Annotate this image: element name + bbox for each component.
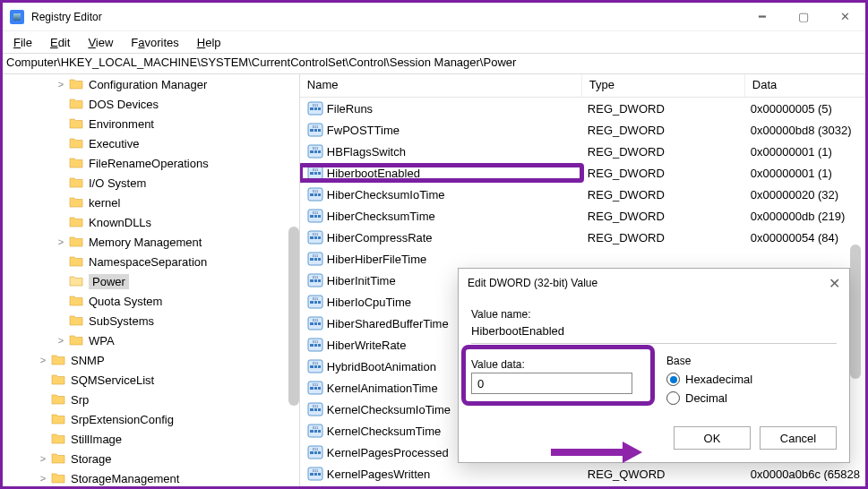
menu-view[interactable]: View — [81, 34, 120, 51]
value-row-hbflagsswitch[interactable]: 011HBFlagsSwitchREG_DWORD0x00000001 (1) — [300, 141, 865, 162]
menu-favorites[interactable]: Favorites — [124, 34, 185, 51]
reg-value-icon: 011 — [307, 401, 323, 417]
tree-item-memory-management[interactable]: >Memory Management — [3, 232, 299, 252]
svg-rect-47 — [314, 301, 317, 304]
tree-item-snmp[interactable]: >SNMP — [3, 350, 299, 370]
folder-icon — [69, 235, 85, 249]
tree-item-label: WPA — [89, 334, 115, 347]
folder-icon — [69, 333, 85, 347]
menu-edit[interactable]: Edit — [43, 34, 77, 51]
base-label: Base — [666, 355, 837, 367]
tree-item-storagemanagement[interactable]: >StorageManagement — [3, 468, 299, 486]
svg-rect-56 — [310, 344, 314, 347]
value-row-kernelpageswritten[interactable]: 011KernelPagesWrittenREG_QWORD0x0000a0b6… — [300, 463, 865, 485]
dialog-close-icon[interactable]: ✕ — [829, 275, 840, 292]
radio-dec-label: Decimal — [685, 391, 727, 405]
minimize-button[interactable]: ━ — [742, 4, 783, 30]
svg-rect-7 — [314, 129, 317, 132]
tree-item-environment[interactable]: Environment — [3, 114, 299, 133]
svg-text:011: 011 — [312, 296, 318, 301]
tree-item-label: SrpExtensionConfig — [71, 413, 174, 426]
tree-item-filerenameoperations[interactable]: FileRenameOperations — [3, 153, 299, 173]
value-name: HBFlagsSwitch — [327, 145, 406, 159]
svg-rect-51 — [310, 322, 314, 325]
tree-item-subsystems[interactable]: SubSystems — [3, 311, 299, 330]
chevron-icon[interactable]: > — [35, 355, 51, 365]
cancel-button[interactable]: Cancel — [760, 426, 837, 450]
svg-rect-46 — [310, 301, 314, 304]
folder-icon — [69, 274, 85, 288]
menu-help[interactable]: Help — [190, 34, 228, 51]
reg-value-icon: 011 — [307, 100, 323, 116]
maximize-button[interactable]: ▢ — [783, 4, 824, 30]
value-row-fwposttime[interactable]: 011FwPOSTTimeREG_DWORD0x00000bd8 (3032) — [300, 119, 865, 141]
radio-dec[interactable] — [666, 391, 680, 405]
value-data-input[interactable] — [471, 373, 632, 394]
tree-item-power[interactable]: Power — [3, 271, 299, 291]
value-row-hiberhiberfiletime[interactable]: 011HiberHiberFileTime — [300, 248, 865, 270]
value-name: KernelChecksumIoTime — [327, 403, 451, 416]
tree-item-i-o-system[interactable]: I/O System — [3, 173, 299, 193]
chevron-icon[interactable]: > — [35, 473, 51, 484]
tree-item-srp[interactable]: Srp — [3, 390, 299, 409]
tree-item-configuration-manager[interactable]: >Configuration Manager — [3, 74, 299, 94]
reg-value-icon: 011 — [307, 186, 323, 202]
address-bar[interactable]: Computer\HKEY_LOCAL_MACHINE\SYSTEM\Curre… — [3, 53, 865, 74]
reg-value-icon: 011 — [307, 337, 323, 353]
svg-rect-18 — [318, 172, 321, 175]
tree-item-stillimage[interactable]: StillImage — [3, 429, 299, 449]
value-data: 0x00000054 (84) — [745, 231, 865, 244]
svg-rect-68 — [318, 387, 321, 390]
folder-icon — [69, 176, 85, 190]
tree-item-label: Quota System — [89, 295, 162, 308]
reg-value-icon: 011 — [307, 165, 323, 181]
svg-rect-2 — [314, 107, 317, 110]
tree-item-kernel[interactable]: kernel — [3, 193, 299, 212]
close-button[interactable]: ✕ — [824, 4, 865, 30]
tree-item-wpa[interactable]: >WPA — [3, 330, 299, 350]
tree-item-quota-system[interactable]: Quota System — [3, 291, 299, 311]
tree-item-label: StillImage — [71, 433, 122, 446]
svg-rect-26 — [310, 215, 314, 218]
tree-item-executive[interactable]: Executive — [3, 133, 299, 153]
header-name[interactable]: Name — [300, 74, 582, 97]
chevron-icon[interactable]: > — [35, 453, 51, 464]
value-data: 0x00000020 (32) — [745, 188, 865, 202]
reg-value-icon: 011 — [307, 466, 323, 482]
value-row-fileruns[interactable]: 011FileRunsREG_DWORD0x00000005 (5) — [300, 98, 865, 119]
value-row-hiberchecksumtime[interactable]: 011HiberChecksumTimeREG_DWORD0x000000db … — [300, 205, 865, 227]
dialog-titlebar[interactable]: Edit DWORD (32-bit) Value ✕ — [459, 269, 849, 297]
svg-text:011: 011 — [312, 382, 318, 387]
tree-item-dos-devices[interactable]: DOS Devices — [3, 94, 299, 114]
tree-item-label: KnownDLLs — [89, 216, 151, 229]
tree-item-namespaceseparation[interactable]: NamespaceSeparation — [3, 252, 299, 271]
menubar: File Edit View Favorites Help — [3, 31, 865, 53]
chevron-icon[interactable]: > — [53, 335, 69, 346]
folder-icon — [69, 313, 85, 328]
header-type[interactable]: Type — [582, 74, 745, 97]
value-row-hiberchecksumiotime[interactable]: 011HiberChecksumIoTimeREG_DWORD0x0000002… — [300, 184, 865, 205]
value-row-hiberbootenabled[interactable]: 011HiberbootEnabledREG_DWORD0x00000001 (… — [300, 162, 865, 184]
tree-item-storage[interactable]: >Storage — [3, 449, 299, 468]
tree-item-srpextensionconfig[interactable]: SrpExtensionConfig — [3, 409, 299, 429]
header-data[interactable]: Data — [745, 74, 865, 97]
radio-dec-row[interactable]: Decimal — [666, 391, 837, 405]
list-scrollbar[interactable] — [850, 244, 861, 379]
radio-hex[interactable] — [666, 373, 680, 386]
tree-item-label: SQMServiceList — [71, 373, 154, 387]
chevron-icon[interactable]: > — [53, 79, 69, 90]
svg-rect-3 — [318, 107, 321, 110]
tree-item-label: Srp — [71, 393, 89, 407]
value-name: HybridBootAnimation — [327, 360, 436, 373]
menu-file[interactable]: File — [6, 34, 39, 51]
tree-item-sqmservicelist[interactable]: SQMServiceList — [3, 370, 299, 390]
value-row-hibercompressrate[interactable]: 011HiberCompressRateREG_DWORD0x00000054 … — [300, 227, 865, 248]
tree-item-knowndlls[interactable]: KnownDLLs — [3, 212, 299, 232]
ok-button[interactable]: OK — [674, 426, 751, 450]
chevron-icon[interactable]: > — [53, 236, 69, 247]
radio-hex-row[interactable]: Hexadecimal — [666, 373, 837, 386]
tree-item-label: SNMP — [71, 354, 105, 367]
value-data: 0x00000bd8 (3032) — [745, 124, 865, 137]
tree-scrollbar[interactable] — [288, 227, 299, 406]
svg-rect-23 — [318, 193, 321, 196]
